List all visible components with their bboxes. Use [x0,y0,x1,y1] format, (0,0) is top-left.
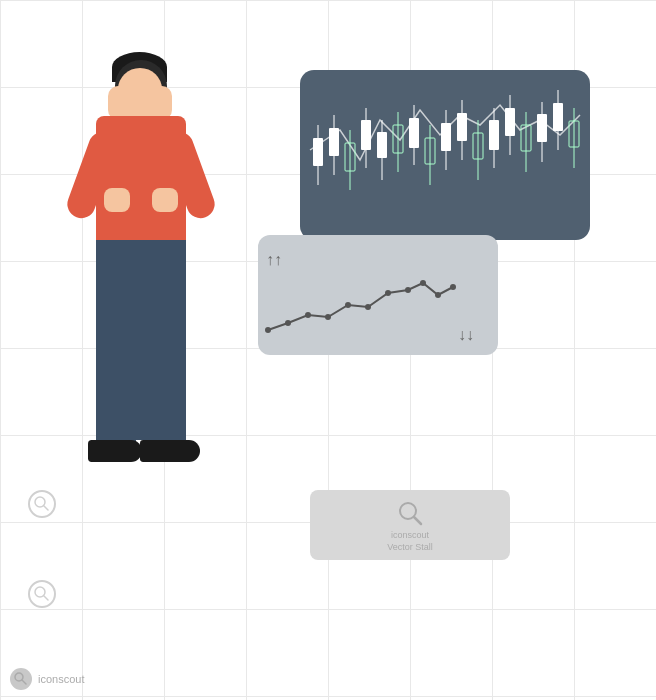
illustration-scene: ↑↑ ↓↓ iconscout Vector Stall [0,0,656,700]
watermark-stall: Vector Stall [387,542,433,552]
svg-rect-3 [329,128,339,156]
svg-rect-21 [473,133,483,159]
svg-rect-7 [361,120,371,150]
svg-point-42 [385,290,391,296]
svg-rect-25 [505,108,515,136]
person-shirt [96,116,186,246]
svg-rect-17 [441,123,451,151]
svg-point-46 [450,284,456,290]
svg-line-54 [22,680,26,684]
svg-rect-31 [553,103,563,131]
svg-rect-11 [393,125,403,153]
svg-point-36 [265,327,271,333]
svg-point-45 [435,292,441,298]
svg-point-39 [325,314,331,320]
svg-point-40 [345,302,351,308]
svg-text:↓↓: ↓↓ [458,326,474,343]
svg-rect-5 [345,143,355,171]
person-hand-left [104,188,130,212]
line-chart: ↑↑ ↓↓ [258,235,498,355]
person-shoe-right [140,440,200,462]
circle-watermark-2 [28,580,56,608]
watermark-bottom-left-text: iconscout [38,673,84,685]
svg-point-38 [305,312,311,318]
person-leg-right [146,320,186,450]
svg-rect-23 [489,120,499,150]
svg-rect-1 [313,138,323,166]
person-hand-right [152,188,178,212]
person-leg-left [96,320,136,450]
candlestick-chart [300,70,590,240]
iconscout-watermark-icon [395,498,425,528]
svg-point-43 [405,287,411,293]
person-hands-face [108,86,172,120]
svg-rect-13 [409,118,419,148]
svg-point-41 [365,304,371,310]
svg-rect-19 [457,113,467,141]
svg-rect-15 [425,138,435,164]
svg-line-48 [414,517,421,524]
svg-point-37 [285,320,291,326]
svg-line-52 [44,596,48,600]
svg-rect-27 [521,125,531,151]
watermark-box: iconscout Vector Stall [310,490,510,560]
watermark-brand: iconscout [391,530,429,540]
watermark-bottom-left: iconscout [10,668,84,690]
svg-rect-29 [537,114,547,142]
person-figure [60,60,250,570]
watermark-logo-icon [10,668,32,690]
svg-rect-9 [377,132,387,158]
svg-point-44 [420,280,426,286]
person-shoe-left [88,440,142,462]
svg-text:↑↑: ↑↑ [266,251,282,268]
circle-watermark-1 [28,490,56,518]
svg-line-50 [44,506,48,510]
svg-rect-33 [569,121,579,147]
